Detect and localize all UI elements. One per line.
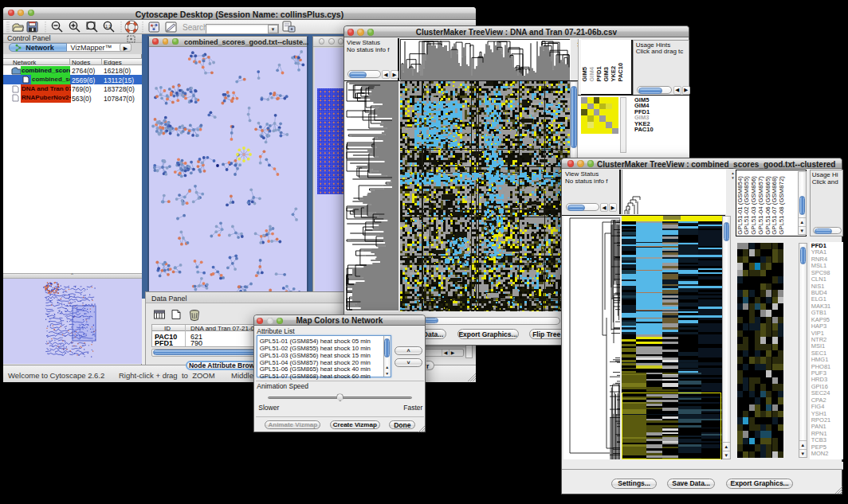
svg-text:1:1: 1:1 — [105, 24, 112, 29]
